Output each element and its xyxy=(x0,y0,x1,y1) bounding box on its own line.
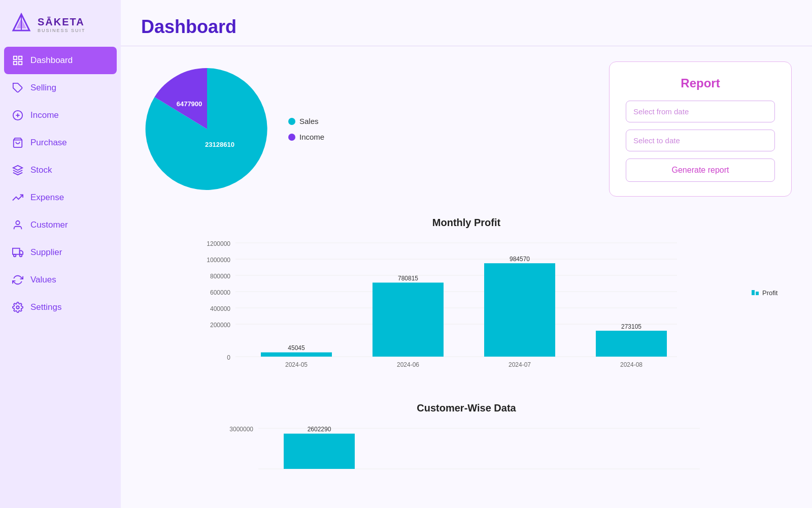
pie-chart: 23128610 6477900 xyxy=(141,63,273,195)
bar-chart-svg: 1200000 1000000 800000 600000 400000 200… xyxy=(141,238,746,380)
sidebar-item-selling[interactable]: Selling xyxy=(0,74,121,102)
svg-rect-44 xyxy=(756,292,759,295)
sidebar-item-label: Dashboard xyxy=(30,55,73,66)
pie-legend: Sales Income xyxy=(288,117,324,141)
legend-income: Income xyxy=(288,133,324,141)
sidebar-item-settings[interactable]: Settings xyxy=(0,294,121,321)
trending-up-icon xyxy=(12,192,23,203)
report-title: Report xyxy=(626,76,775,90)
svg-text:400000: 400000 xyxy=(210,305,230,312)
monthly-profit-section: Monthly Profit 1200000 1000000 800000 60… xyxy=(141,217,792,382)
customer-wise-title: Customer-Wise Data xyxy=(141,402,792,414)
report-to-date-input[interactable] xyxy=(626,130,775,151)
sidebar-item-label: Stock xyxy=(30,165,52,175)
svg-marker-15 xyxy=(20,250,23,254)
legend-dot-income xyxy=(288,134,295,141)
bar-legend-label: Profit xyxy=(762,289,777,297)
svg-rect-14 xyxy=(13,248,20,255)
sidebar-item-label: Income xyxy=(30,110,59,120)
svg-text:600000: 600000 xyxy=(210,289,230,296)
svg-text:800000: 800000 xyxy=(210,273,230,280)
svg-point-17 xyxy=(20,255,22,257)
tag-icon xyxy=(12,82,23,93)
svg-point-18 xyxy=(16,306,19,309)
truck-icon xyxy=(12,247,23,258)
svg-text:6477900: 6477900 xyxy=(177,100,202,108)
svg-text:2024-05: 2024-05 xyxy=(285,361,308,368)
svg-point-16 xyxy=(14,255,16,257)
sidebar-item-supplier[interactable]: Supplier xyxy=(0,239,121,266)
app-name: SĀKETA xyxy=(38,16,86,28)
customer-wise-section: Customer-Wise Data 3000000 2602290 xyxy=(141,402,792,486)
svg-text:0: 0 xyxy=(227,354,230,361)
sidebar-item-label: Settings xyxy=(30,302,61,312)
svg-text:780815: 780815 xyxy=(398,275,418,282)
svg-text:2024-07: 2024-07 xyxy=(509,361,531,368)
sidebar-item-label: Customer xyxy=(30,220,68,230)
sidebar-item-purchase[interactable]: Purchase xyxy=(0,129,121,156)
sidebar-item-values[interactable]: Values xyxy=(0,266,121,294)
svg-text:1000000: 1000000 xyxy=(207,257,230,264)
shopping-bag-icon xyxy=(12,137,23,148)
svg-rect-3 xyxy=(14,56,17,59)
monthly-profit-chart: 1200000 1000000 800000 600000 400000 200… xyxy=(141,238,746,382)
top-section: 23128610 6477900 Sales Income xyxy=(141,61,792,197)
plus-circle-icon xyxy=(12,110,23,121)
svg-text:3000000: 3000000 xyxy=(229,426,253,433)
bar-2024-05 xyxy=(261,353,332,357)
customer-bar-svg: 3000000 2602290 xyxy=(141,423,792,484)
bar-2024-07 xyxy=(484,263,555,357)
svg-text:2024-08: 2024-08 xyxy=(620,361,642,368)
logo: SĀKETA BUSINESS SUIT xyxy=(0,0,121,47)
layers-icon xyxy=(12,165,23,176)
sidebar-item-label: Selling xyxy=(30,83,56,93)
sidebar-item-income[interactable]: Income xyxy=(0,102,121,129)
sidebar-item-label: Supplier xyxy=(30,247,62,258)
svg-text:200000: 200000 xyxy=(210,322,230,329)
svg-point-13 xyxy=(16,221,19,225)
svg-text:1200000: 1200000 xyxy=(207,240,230,247)
svg-text:984570: 984570 xyxy=(510,256,530,263)
page-header: Dashboard xyxy=(121,0,812,46)
bar-2024-08 xyxy=(596,331,667,357)
user-icon xyxy=(12,219,23,231)
nav-list: Dashboard Selling Income Purchase Stock … xyxy=(0,47,121,321)
bar-legend-icon xyxy=(751,289,759,297)
svg-text:2602290: 2602290 xyxy=(308,426,331,433)
report-card: Report Generate report xyxy=(609,61,792,197)
svg-rect-43 xyxy=(752,290,755,295)
svg-text:23128610: 23128610 xyxy=(205,141,234,148)
sidebar-item-expense[interactable]: Expense xyxy=(0,184,121,211)
content-area: 23128610 6477900 Sales Income xyxy=(121,46,812,508)
bar-chart-legend: Profit xyxy=(751,289,792,297)
logo-icon xyxy=(10,12,32,37)
generate-report-button[interactable]: Generate report xyxy=(626,158,775,182)
sidebar: SĀKETA BUSINESS SUIT Dashboard Selling I… xyxy=(0,0,121,508)
legend-dot-sales xyxy=(288,118,295,125)
bar-2024-06 xyxy=(373,282,444,357)
sidebar-item-dashboard[interactable]: Dashboard xyxy=(4,47,117,74)
main-content: Dashboard xyxy=(121,0,812,508)
sidebar-item-stock[interactable]: Stock xyxy=(0,156,121,184)
svg-text:273105: 273105 xyxy=(621,323,641,330)
refresh-cw-icon xyxy=(12,274,23,285)
page-title: Dashboard xyxy=(141,16,792,38)
svg-rect-5 xyxy=(14,61,17,65)
pie-chart-container: 23128610 6477900 Sales Income xyxy=(141,63,324,195)
pie-svg: 23128610 6477900 xyxy=(141,63,273,195)
svg-marker-12 xyxy=(13,166,22,170)
logo-text: SĀKETA BUSINESS SUIT xyxy=(38,16,86,33)
monthly-profit-title: Monthly Profit xyxy=(141,217,792,229)
sidebar-item-label: Values xyxy=(30,275,56,285)
sidebar-item-label: Purchase xyxy=(30,138,67,148)
svg-rect-6 xyxy=(19,61,22,65)
customer-bar-1 xyxy=(284,434,355,469)
sidebar-item-label: Expense xyxy=(30,193,64,203)
grid-icon xyxy=(12,55,23,66)
legend-sales: Sales xyxy=(288,117,324,125)
svg-text:45045: 45045 xyxy=(288,344,305,352)
sidebar-item-customer[interactable]: Customer xyxy=(0,211,121,239)
legend-label-sales: Sales xyxy=(299,117,319,125)
report-from-date-input[interactable] xyxy=(626,101,775,122)
svg-text:2024-06: 2024-06 xyxy=(397,361,419,368)
